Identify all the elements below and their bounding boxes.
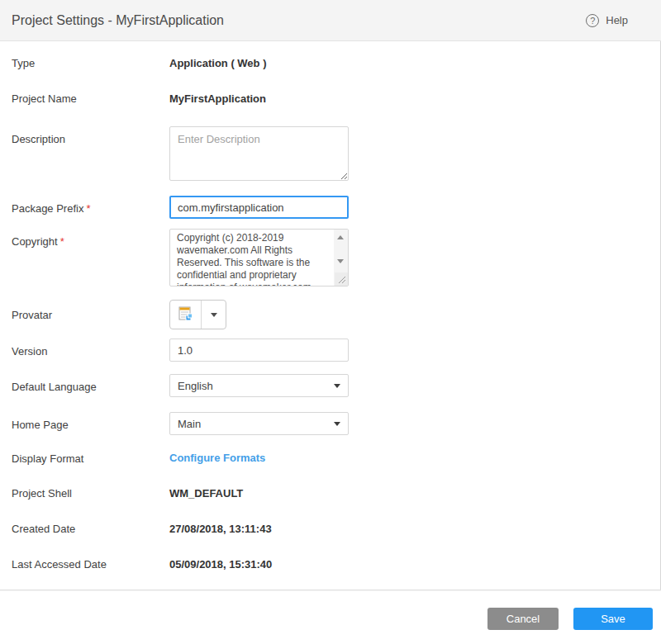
provatar-theme-button[interactable]	[170, 301, 202, 329]
default-language-row: Default Language English	[0, 374, 660, 397]
description-label: Description	[0, 126, 169, 147]
package-prefix-input[interactable]	[169, 196, 349, 219]
chevron-down-icon	[334, 422, 340, 426]
project-name-value: MyFirstApplication	[169, 92, 266, 107]
copyright-text: Copyright (c) 2018-2019 wavemaker.com Al…	[177, 232, 330, 286]
copyright-row: Copyright* Copyright (c) 2018-2019 wavem…	[0, 229, 660, 286]
provatar-split-button	[169, 300, 226, 329]
provatar-label: Provatar	[0, 300, 169, 323]
display-format-row: Display Format Configure Formats	[0, 452, 660, 466]
type-label: Type	[0, 56, 169, 71]
type-value: Application ( Web )	[169, 56, 266, 71]
last-accessed-date-value: 05/09/2018, 15:31:40	[169, 557, 272, 572]
page-title: Project Settings - MyFirstApplication	[12, 13, 224, 28]
cancel-button[interactable]: Cancel	[487, 608, 559, 630]
package-prefix-label: Package Prefix*	[0, 196, 169, 216]
version-label: Version	[0, 339, 169, 359]
home-page-value: Main	[178, 418, 201, 430]
copyright-label: Copyright*	[0, 229, 169, 249]
default-language-value: English	[178, 380, 213, 392]
created-date-value: 27/08/2018, 13:11:43	[169, 522, 272, 537]
dialog-header: Project Settings - MyFirstApplication ? …	[0, 0, 661, 41]
project-shell-label: Project Shell	[0, 486, 169, 501]
help-label: Help	[606, 14, 628, 26]
theme-table-icon	[177, 305, 195, 324]
required-asterisk: *	[60, 235, 64, 248]
required-asterisk: *	[86, 202, 90, 215]
default-language-select[interactable]: English	[169, 374, 349, 397]
home-page-select[interactable]: Main	[169, 412, 349, 435]
provatar-row: Provatar	[0, 300, 660, 329]
chevron-down-icon	[211, 313, 217, 317]
description-textarea[interactable]	[169, 126, 349, 181]
home-page-row: Home Page Main	[0, 412, 660, 435]
project-settings-form: Type Application ( Web ) Project Name My…	[0, 41, 661, 590]
last-accessed-date-label: Last Accessed Date	[0, 557, 169, 572]
save-button[interactable]: Save	[573, 608, 653, 630]
help-button[interactable]: ? Help	[586, 14, 628, 27]
home-page-label: Home Page	[0, 412, 169, 433]
provatar-dropdown-button[interactable]	[202, 301, 226, 329]
created-date-label: Created Date	[0, 522, 169, 537]
configure-formats-link[interactable]: Configure Formats	[169, 452, 265, 464]
project-shell-value: WM_DEFAULT	[169, 486, 243, 501]
copyright-textarea[interactable]: Copyright (c) 2018-2019 wavemaker.com Al…	[169, 229, 349, 286]
scroll-up-icon[interactable]	[337, 235, 344, 239]
default-language-label: Default Language	[0, 374, 169, 395]
project-shell-row: Project Shell WM_DEFAULT	[0, 486, 660, 501]
project-name-row: Project Name MyFirstApplication	[0, 92, 660, 107]
help-icon: ?	[586, 14, 599, 27]
last-accessed-date-row: Last Accessed Date 05/09/2018, 15:31:40	[0, 557, 660, 572]
version-input[interactable]	[169, 339, 349, 362]
scroll-down-icon[interactable]	[337, 259, 344, 263]
type-row: Type Application ( Web )	[0, 56, 660, 71]
version-row: Version	[0, 339, 660, 362]
dialog-footer: Cancel Save	[0, 590, 661, 644]
package-prefix-row: Package Prefix*	[0, 196, 660, 219]
description-row: Description	[0, 126, 660, 181]
display-format-label: Display Format	[0, 452, 169, 466]
resize-grip-icon[interactable]	[335, 272, 348, 286]
chevron-down-icon	[334, 384, 340, 388]
project-name-label: Project Name	[0, 92, 169, 107]
created-date-row: Created Date 27/08/2018, 13:11:43	[0, 522, 660, 537]
